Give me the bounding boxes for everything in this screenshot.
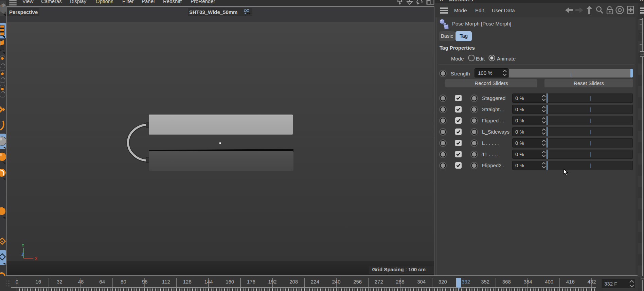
svg-text:256: 256 [353, 279, 362, 285]
svg-text:304: 304 [417, 279, 426, 285]
svg-text:0: 0 [16, 279, 18, 285]
svg-text:288: 288 [396, 279, 404, 285]
svg-text:320: 320 [439, 279, 447, 285]
svg-text:16: 16 [35, 279, 41, 285]
svg-text:272: 272 [375, 279, 383, 285]
svg-text:224: 224 [311, 279, 319, 285]
svg-text:368: 368 [502, 279, 511, 285]
svg-text:192: 192 [268, 279, 276, 285]
svg-text:128: 128 [183, 279, 192, 285]
svg-text:80: 80 [121, 279, 126, 285]
svg-text:384: 384 [523, 279, 532, 285]
svg-text:32: 32 [57, 279, 62, 285]
svg-text:416: 416 [566, 279, 575, 285]
svg-text:X: X [35, 257, 38, 261]
svg-text:64: 64 [99, 279, 105, 285]
svg-text:400: 400 [545, 279, 553, 285]
svg-text:48: 48 [78, 279, 84, 285]
svg-text:432: 432 [587, 279, 596, 285]
svg-text:160: 160 [226, 279, 234, 285]
svg-text:112: 112 [162, 279, 170, 285]
svg-text:240: 240 [332, 279, 340, 285]
svg-text:176: 176 [247, 279, 255, 285]
svg-text:352: 352 [481, 279, 489, 285]
svg-text:144: 144 [204, 279, 213, 285]
svg-text:332: 332 [462, 279, 470, 285]
svg-text:Z: Z [21, 252, 24, 257]
svg-text:208: 208 [289, 279, 298, 285]
svg-text:Y: Y [22, 243, 24, 248]
svg-text:96: 96 [142, 279, 148, 285]
